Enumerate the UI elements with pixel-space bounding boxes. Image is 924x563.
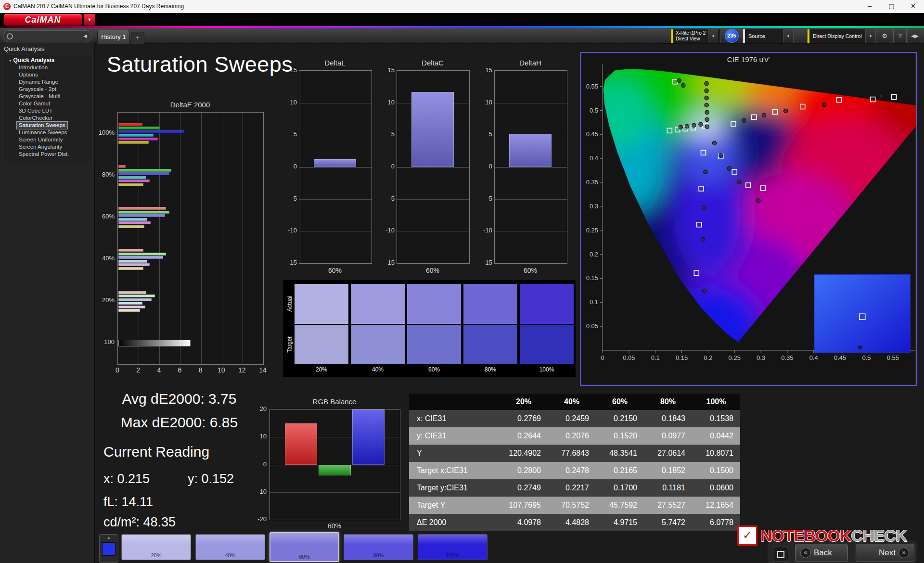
add-tab-button[interactable]: + (131, 32, 144, 44)
table-cell: 0.2800 (500, 462, 548, 479)
svg-text:0.2: 0.2 (704, 354, 712, 361)
table-cell: 4.4828 (548, 514, 596, 531)
gridline (222, 113, 222, 364)
chevron-down-icon[interactable]: ▼ (783, 29, 793, 43)
minimize-button[interactable]: – (859, 0, 881, 13)
sidebar-item-luminance-sweeps[interactable]: Luminance Sweeps (17, 129, 69, 136)
category-label: 60% (270, 522, 399, 530)
scroll-up-icon[interactable]: ▲ (100, 536, 118, 540)
reading-cdm2: cd/m²: 48.35 (103, 515, 176, 530)
gridline (270, 492, 400, 493)
axis-tick-label: 0 (250, 461, 267, 468)
window-title: CalMAN 2017 CalMAN Ultimate for Business… (13, 0, 184, 13)
sidebar-item-screen-angularity[interactable]: Screen Angularity (17, 143, 64, 151)
table-cell: 70.5752 (548, 497, 596, 514)
close-button[interactable]: ✕ (902, 0, 924, 13)
help-icon[interactable]: ? (893, 29, 907, 43)
chevron-down-icon[interactable]: ▼ (865, 29, 875, 43)
sidebar-item-colorchecker[interactable]: ColorChecker (17, 115, 54, 122)
chart-title: DeltaH (494, 59, 566, 67)
gridline (201, 113, 202, 364)
table-cell: 27.5527 (644, 497, 692, 514)
sidebar: Quick Analysis ▾Quick Analysis Introduct… (0, 43, 95, 563)
tab-history-1[interactable]: History 1 (97, 30, 130, 44)
bar-red (285, 423, 317, 465)
table-cell: 0.2644 (500, 427, 548, 445)
axis-category-label: 100 (96, 338, 115, 345)
bar (118, 138, 158, 141)
table-row: y: CIE310.26440.20760.15200.09770.0442 (409, 427, 740, 445)
current-color-chip[interactable]: ▲ (99, 534, 118, 563)
actual-swatch-80 (463, 284, 517, 324)
page-nav-icon[interactable]: ◀▶ (908, 29, 922, 43)
saturation-column-label: 40% (351, 366, 405, 373)
logo-dropdown-icon[interactable]: ▼ (84, 14, 95, 26)
sidebar-item-spectral-power-dist[interactable]: Spectral Power Dist. (17, 151, 71, 158)
chevron-down-icon[interactable]: ▼ (708, 29, 718, 43)
category-label: 60% (397, 267, 469, 274)
table-row: Target Y107.769570.575245.759227.552712.… (409, 497, 740, 514)
sidebar-item-screen-uniformity[interactable]: Screen Uniformity (17, 136, 64, 143)
bar (118, 256, 163, 259)
sidebar-item-dynamic-range[interactable]: Dynamic Range (17, 78, 60, 86)
tree-root[interactable]: ▾Quick Analysis (2, 56, 92, 64)
sidebar-item-color-gamut[interactable]: Color Gamut (17, 100, 52, 107)
table-cell: 4.9715 (596, 514, 644, 531)
axis-tick-label: -15 (478, 259, 492, 266)
maximize-button[interactable]: ▢ (881, 0, 902, 13)
bar (118, 249, 143, 252)
sidebar-item-grayscale-multi[interactable]: Grayscale - Multi (17, 93, 62, 100)
table-row: Target y:CIE310.27490.22170.17000.11810.… (409, 479, 740, 497)
swatch-label: 80% (344, 552, 413, 558)
axis-tick-label: 14 (257, 366, 269, 374)
table-cell: 0.2749 (500, 479, 548, 497)
table-cell: 0.1852 (644, 462, 692, 479)
sidebar-item-3d-cube-lut[interactable]: 3D Cube LUT (17, 107, 54, 115)
table-cell: 0.2165 (596, 462, 644, 479)
table-cell: 0.2076 (548, 427, 596, 445)
settings-gear-icon[interactable]: ⚙ (877, 29, 892, 43)
actual-target-compare: Actual Target 20%40%60%80%100% (283, 280, 576, 377)
delta-l-chart: DeltaL 151050-5-10-15 60% (282, 58, 375, 278)
table-cell: 5.7472 (644, 514, 692, 531)
gridline (495, 167, 567, 167)
svg-text:0.45: 0.45 (586, 130, 598, 138)
notebookcheck-logo: ✓ (737, 525, 757, 546)
saturation-swatch-60[interactable]: 60% (270, 532, 339, 562)
bar-group (118, 123, 184, 145)
table-corner (409, 394, 500, 410)
sidebar-item-introduction[interactable]: Introduction (17, 64, 50, 71)
saturation-swatch-20[interactable]: 20% (121, 534, 191, 560)
saturation-column-label: 20% (295, 366, 348, 373)
gridline (243, 113, 243, 364)
swatch-label: 60% (270, 554, 338, 560)
saturation-swatch-40[interactable]: 40% (195, 534, 265, 560)
measurement-count-badge: 235 (725, 29, 739, 43)
saturation-swatch-80[interactable]: 80% (344, 534, 413, 560)
meter-line1: X-Rite i1Pro 2 (676, 30, 706, 36)
gridline (397, 231, 469, 231)
bar (118, 214, 165, 217)
table-cell: 48.3541 (596, 445, 644, 462)
table-header-cell: 20% (500, 394, 548, 410)
bar (118, 260, 147, 263)
sidebar-item-options[interactable]: Options (17, 71, 40, 78)
table-header-cell: 80% (644, 394, 692, 410)
source-selector[interactable]: Source ▼ (743, 29, 794, 43)
sidebar-item-grayscale-2pt[interactable]: Grayscale - 2pt (17, 86, 58, 93)
saturation-swatch-100[interactable]: 100% (418, 534, 488, 560)
bar (118, 225, 144, 228)
axis-tick-label: -10 (282, 227, 297, 234)
sidebar-collapse-bar[interactable]: ◀ (3, 30, 91, 42)
bar (118, 302, 142, 305)
bar (118, 141, 149, 144)
display-control-selector[interactable]: Direct Display Control ▼ (807, 29, 876, 43)
stop-button[interactable] (773, 547, 788, 562)
sidebar-item-saturation-sweeps[interactable]: Saturation Sweeps (17, 122, 67, 129)
tree-expander-icon[interactable]: ▾ (9, 58, 12, 63)
calman-logo[interactable]: CalMAN (4, 14, 82, 26)
meter-selector[interactable]: X-Rite i1Pro 2 Direct View ▼ (671, 29, 721, 43)
delta-c-plot (397, 70, 470, 264)
collapse-left-icon[interactable]: ◀ (83, 31, 87, 41)
actual-swatch-60 (407, 284, 461, 324)
